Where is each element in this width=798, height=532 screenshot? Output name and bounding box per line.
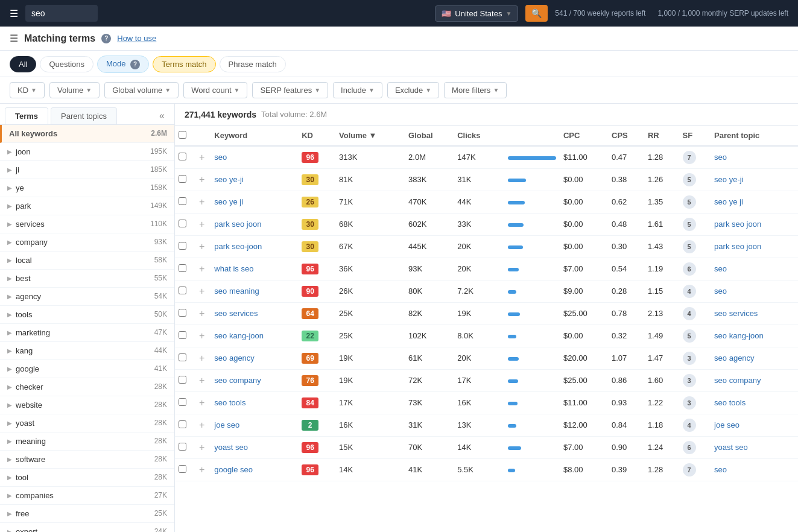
keyword-link[interactable]: seo company [214,376,261,385]
filter-global-volume[interactable]: Global volume ▼ [104,82,179,98]
sidebar-item-best[interactable]: ▶ best 55K [0,270,174,288]
sidebar-item-all-keywords[interactable]: All keywords 2.6M [0,125,174,143]
add-keyword-button[interactable]: + [197,241,207,252]
col-volume[interactable]: Volume ▼ [335,126,405,146]
add-keyword-button[interactable]: + [197,397,207,408]
sidebar-tab-parent-topics[interactable]: Parent topics [51,107,117,124]
col-keyword[interactable]: Keyword [211,126,298,146]
search-input[interactable] [25,5,98,22]
sidebar-item-yoast[interactable]: ▶ yoast 28K [0,414,174,432]
filter-kd[interactable]: KD ▼ [10,82,45,98]
col-cpc[interactable]: CPC [560,126,608,146]
sidebar-item-meaning[interactable]: ▶ meaning 28K [0,432,174,451]
row-checkbox[interactable] [179,443,186,451]
keyword-link[interactable]: park seo-joon [214,242,262,251]
sidebar-collapse-button[interactable]: « [154,107,169,124]
row-checkbox[interactable] [179,398,186,406]
row-checkbox[interactable] [179,175,186,183]
keyword-link[interactable]: seo meaning [214,287,259,296]
filter-more[interactable]: More filters ▼ [444,82,507,98]
keyword-link[interactable]: park seo joon [214,220,261,229]
add-keyword-button[interactable]: + [197,264,207,274]
keyword-link[interactable]: joe seo [214,420,239,429]
sidebar-item-tools[interactable]: ▶ tools 50K [0,306,174,324]
mode-help-icon[interactable]: ? [130,60,140,69]
add-keyword-button[interactable]: + [197,197,207,207]
sidebar-item-ji[interactable]: ▶ ji 185K [0,161,174,179]
sidebar-item-checker[interactable]: ▶ checker 28K [0,378,174,396]
filter-word-count[interactable]: Word count ▼ [183,82,247,98]
parent-topic-link[interactable]: seo services [714,309,758,318]
parent-topic-link[interactable]: seo [714,264,727,273]
parent-topic-link[interactable]: park seo joon [714,220,761,229]
row-checkbox[interactable] [179,287,186,294]
col-sf[interactable]: SF [679,126,711,146]
add-keyword-button[interactable]: + [197,308,207,319]
parent-topic-link[interactable]: seo [714,287,727,296]
keyword-link[interactable]: seo [214,153,227,162]
keyword-link[interactable]: seo kang-joon [214,331,264,340]
sidebar-item-local[interactable]: ▶ local 58K [0,252,174,270]
keyword-link[interactable]: seo ye ji [214,197,243,206]
sidebar-item-joon[interactable]: ▶ joon 195K [0,143,174,161]
sidebar-item-software[interactable]: ▶ software 28K [0,451,174,469]
sidebar-item-agency[interactable]: ▶ agency 54K [0,288,174,306]
add-keyword-button[interactable]: + [197,219,207,230]
select-all-checkbox[interactable] [179,131,186,139]
filter-volume[interactable]: Volume ▼ [49,82,100,98]
sidebar-item-ye[interactable]: ▶ ye 158K [0,179,174,197]
row-checkbox[interactable] [179,220,186,227]
filter-include[interactable]: Include ▼ [333,82,382,98]
row-checkbox[interactable] [179,465,186,473]
row-checkbox[interactable] [179,353,186,361]
sidebar-item-website[interactable]: ▶ website 28K [0,396,174,414]
add-keyword-button[interactable]: + [197,152,207,163]
sidebar-item-kang[interactable]: ▶ kang 44K [0,342,174,360]
row-checkbox[interactable] [179,376,186,384]
sidebar-item-expert[interactable]: ▶ expert 24K [0,523,174,533]
keyword-link[interactable]: seo agency [214,353,255,363]
country-selector[interactable]: 🇺🇸 United States ▼ [435,5,518,22]
add-keyword-button[interactable]: + [197,286,207,297]
sidebar-item-free[interactable]: ▶ free 25K [0,505,174,523]
row-checkbox[interactable] [179,420,186,428]
keyword-link[interactable]: google seo [214,465,253,474]
menu-toggle-icon[interactable]: ☰ [10,33,18,44]
how-to-use-link[interactable]: How to use [117,34,156,43]
tab-mode[interactable]: Mode ? [97,55,149,73]
filter-exclude[interactable]: Exclude ▼ [387,82,439,98]
parent-topic-link[interactable]: joe seo [714,420,739,429]
menu-icon[interactable]: ☰ [10,8,18,19]
add-keyword-button[interactable]: + [197,442,207,453]
tab-terms-match[interactable]: Terms match [153,56,215,72]
add-keyword-button[interactable]: + [197,331,207,341]
keyword-link[interactable]: seo tools [214,398,245,407]
tab-all[interactable]: All [10,56,36,72]
col-rr[interactable]: RR [644,126,679,146]
row-checkbox[interactable] [179,242,186,250]
tab-questions[interactable]: Questions [40,56,93,72]
search-button[interactable]: 🔍 [525,5,548,22]
add-keyword-button[interactable]: + [197,375,207,386]
filter-serp-features[interactable]: SERP features ▼ [252,82,328,98]
col-global[interactable]: Global [405,126,454,146]
add-keyword-button[interactable]: + [197,464,207,475]
parent-topic-link[interactable]: park seo joon [714,242,761,251]
sidebar-item-company[interactable]: ▶ company 93K [0,233,174,252]
parent-topic-link[interactable]: seo ye ji [714,197,743,206]
col-clicks[interactable]: Clicks [454,126,501,146]
sidebar-item-park[interactable]: ▶ park 149K [0,197,174,215]
sidebar-tab-terms[interactable]: Terms [5,107,48,124]
col-kd[interactable]: KD [298,126,335,146]
sidebar-item-services[interactable]: ▶ services 110K [0,215,174,233]
sidebar-item-tool[interactable]: ▶ tool 28K [0,469,174,487]
row-checkbox[interactable] [179,309,186,317]
add-keyword-button[interactable]: + [197,420,207,431]
sidebar-item-google[interactable]: ▶ google 41K [0,360,174,378]
parent-topic-link[interactable]: seo [714,153,727,162]
parent-topic-link[interactable]: yoast seo [714,443,748,452]
parent-topic-link[interactable]: seo [714,465,727,474]
parent-topic-link[interactable]: seo tools [714,398,746,407]
row-checkbox[interactable] [179,197,186,205]
parent-topic-link[interactable]: seo ye-ji [714,175,743,184]
